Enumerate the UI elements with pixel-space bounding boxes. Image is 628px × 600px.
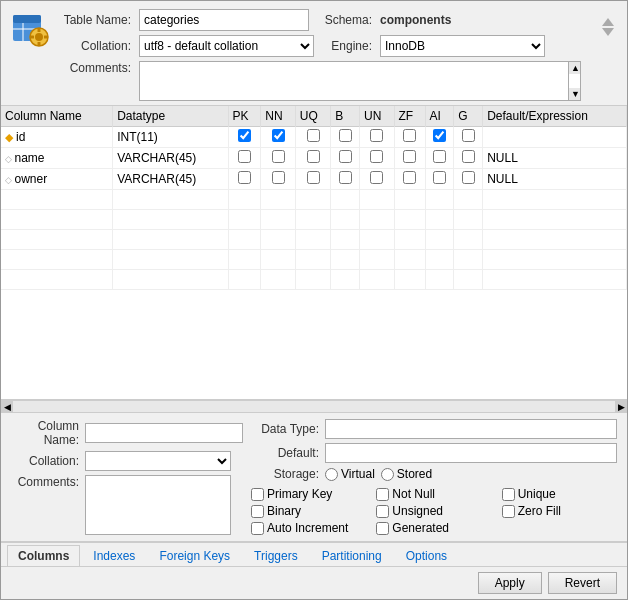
generated-checkbox[interactable] (376, 522, 389, 535)
pk-checkbox-1[interactable] (238, 150, 251, 163)
cell-b[interactable] (331, 148, 360, 169)
tab-options[interactable]: Options (395, 545, 458, 566)
cell-pk[interactable] (228, 169, 261, 190)
cell-b[interactable] (331, 169, 360, 190)
zf-checkbox-0[interactable] (403, 129, 416, 142)
table-row[interactable]: ◆ idINT(11) (1, 127, 627, 148)
ai-checkbox-0[interactable] (433, 129, 446, 142)
zf-checkbox-1[interactable] (403, 150, 416, 163)
cell-g[interactable] (454, 169, 483, 190)
empty-row (1, 250, 627, 270)
pk-checkbox-2[interactable] (238, 171, 251, 184)
comments-scroll-up[interactable]: ▲ (569, 62, 580, 74)
tab-foreign-keys[interactable]: Foreign Keys (148, 545, 241, 566)
empty-cell (113, 230, 228, 250)
editor-datatype-label: Data Type: (251, 422, 319, 436)
cell-un[interactable] (360, 148, 395, 169)
tab-columns[interactable]: Columns (7, 545, 80, 566)
nn-checkbox[interactable] (376, 488, 389, 501)
pk-checkbox-0[interactable] (238, 129, 251, 142)
uq-checkbox-2[interactable] (307, 171, 320, 184)
cell-uq[interactable] (295, 169, 330, 190)
editor-collation-select[interactable] (85, 451, 231, 471)
generated-check-option: Generated (376, 521, 491, 535)
nn-checkbox-1[interactable] (272, 150, 285, 163)
uq-checkbox-0[interactable] (307, 129, 320, 142)
empty-cell (113, 210, 228, 230)
un-checkbox-0[interactable] (370, 129, 383, 142)
arrow-up-icon (602, 18, 614, 26)
engine-select[interactable]: InnoDB (380, 35, 545, 57)
comments-input[interactable] (139, 61, 569, 101)
cell-nn[interactable] (261, 169, 296, 190)
editor-default-input[interactable] (325, 443, 617, 463)
b-checkbox-2[interactable] (339, 171, 352, 184)
cell-ai[interactable] (425, 127, 454, 148)
table-row[interactable]: ◇ nameVARCHAR(45)NULL (1, 148, 627, 169)
cell-zf[interactable] (394, 148, 425, 169)
scroll-left-btn[interactable]: ◀ (1, 401, 13, 412)
tab-triggers[interactable]: Triggers (243, 545, 309, 566)
cell-pk[interactable] (228, 127, 261, 148)
cell-ai[interactable] (425, 169, 454, 190)
ai-checkbox-2[interactable] (433, 171, 446, 184)
cell-b[interactable] (331, 127, 360, 148)
comments-scroll-down[interactable]: ▼ (569, 88, 580, 100)
cell-ai[interactable] (425, 148, 454, 169)
table-name-label: Table Name: (61, 13, 131, 27)
empty-cell (295, 270, 330, 290)
uq-checkbox[interactable] (502, 488, 515, 501)
cell-un[interactable] (360, 169, 395, 190)
editor-datatype-input[interactable] (325, 419, 617, 439)
apply-button[interactable]: Apply (478, 572, 542, 594)
b-checkbox-1[interactable] (339, 150, 352, 163)
ai-checkbox[interactable] (251, 522, 264, 535)
grid-table: Column Name Datatype PK NN UQ B UN ZF AI… (1, 106, 627, 290)
cell-uq[interactable] (295, 127, 330, 148)
scroll-right-btn[interactable]: ▶ (615, 401, 627, 412)
collation-select[interactable]: utf8 - default collation (139, 35, 314, 57)
cell-uq[interactable] (295, 148, 330, 169)
cell-pk[interactable] (228, 148, 261, 169)
nn-checkbox-0[interactable] (272, 129, 285, 142)
storage-virtual-option: Virtual (325, 467, 375, 481)
un-checkbox-2[interactable] (370, 171, 383, 184)
cell-nn[interactable] (261, 127, 296, 148)
cell-zf[interactable] (394, 127, 425, 148)
g-checkbox-0[interactable] (462, 129, 475, 142)
zf-checkbox-2[interactable] (403, 171, 416, 184)
zf-check-option: Zero Fill (502, 504, 617, 518)
un-checkbox[interactable] (376, 505, 389, 518)
b-checkbox-0[interactable] (339, 129, 352, 142)
cell-g[interactable] (454, 127, 483, 148)
empty-cell (1, 270, 113, 290)
cell-un[interactable] (360, 127, 395, 148)
empty-row (1, 270, 627, 290)
zf-checkbox[interactable] (502, 505, 515, 518)
ai-checkbox-1[interactable] (433, 150, 446, 163)
empty-cell (394, 190, 425, 210)
table-name-input[interactable] (139, 9, 309, 31)
uq-checkbox-1[interactable] (307, 150, 320, 163)
pk-checkbox[interactable] (251, 488, 264, 501)
empty-cell (228, 230, 261, 250)
un-checkbox-1[interactable] (370, 150, 383, 163)
horizontal-scrollbar[interactable]: ◀ ▶ (1, 400, 627, 412)
table-row[interactable]: ◇ ownerVARCHAR(45)NULL (1, 169, 627, 190)
cell-zf[interactable] (394, 169, 425, 190)
editor-column-name-input[interactable] (85, 423, 243, 443)
tab-indexes[interactable]: Indexes (82, 545, 146, 566)
tab-partitioning[interactable]: Partitioning (311, 545, 393, 566)
nn-checkbox-2[interactable] (272, 171, 285, 184)
storage-virtual-radio[interactable] (325, 468, 338, 481)
g-checkbox-2[interactable] (462, 171, 475, 184)
g-checkbox-1[interactable] (462, 150, 475, 163)
empty-cell (360, 210, 395, 230)
schema-value: components (380, 13, 451, 27)
cell-g[interactable] (454, 148, 483, 169)
cell-nn[interactable] (261, 148, 296, 169)
editor-comments-input[interactable] (85, 475, 231, 535)
revert-button[interactable]: Revert (548, 572, 617, 594)
storage-stored-radio[interactable] (381, 468, 394, 481)
b-checkbox[interactable] (251, 505, 264, 518)
